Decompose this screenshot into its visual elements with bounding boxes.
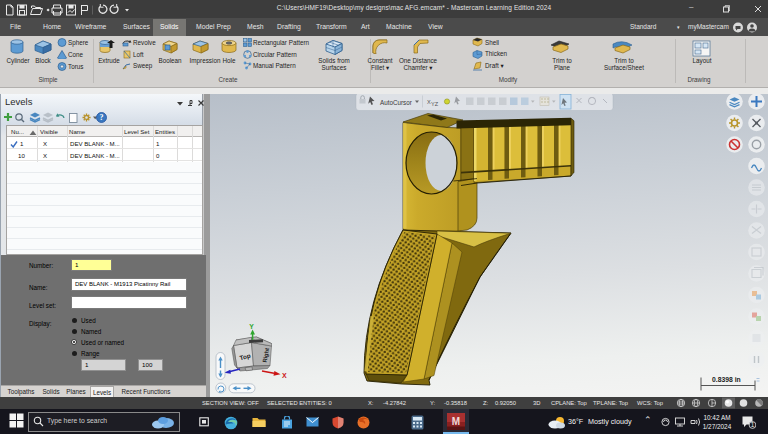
svg-text:Y: Y <box>249 323 254 330</box>
svg-text:0.8398 in: 0.8398 in <box>712 376 741 383</box>
svg-text:X: X <box>282 372 287 379</box>
svg-text:AutoCursor: AutoCursor <box>380 99 412 106</box>
svg-text:YZ: YZ <box>431 101 439 107</box>
svg-text:?: ? <box>100 113 104 122</box>
svg-text:1: 1 <box>751 421 755 428</box>
svg-text:M: M <box>452 416 460 427</box>
